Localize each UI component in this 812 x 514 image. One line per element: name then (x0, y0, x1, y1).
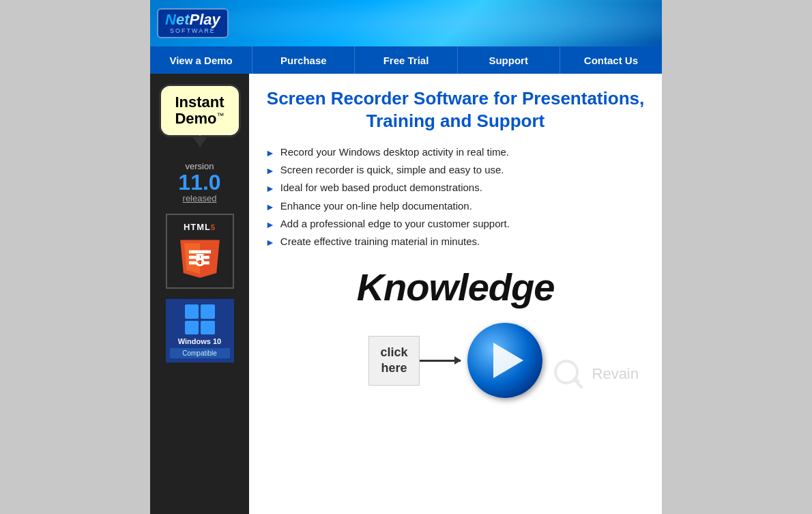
windows10-logo-icon (185, 304, 215, 334)
app-wrapper: NetPlay Software View a Demo Purchase Fr… (150, 0, 662, 514)
revain-icon (551, 357, 585, 391)
windows10-compatible: Compatible (170, 348, 230, 358)
html5-shield-icon: 5 (179, 233, 220, 281)
win10-square-tl (185, 304, 199, 319)
main-content: Instant Demo™ version 11.0 released HTML… (150, 74, 662, 514)
knowledge-heading: Knowledge (265, 265, 646, 309)
svg-rect-8 (201, 256, 209, 259)
bullet-arrow-icon: ► (265, 182, 275, 195)
header-banner: NetPlay Software (150, 0, 662, 46)
windows10-badge: Windows 10 Compatible (166, 299, 234, 362)
play-button[interactable] (467, 323, 542, 398)
nav-free-trial[interactable]: Free Trial (355, 46, 457, 74)
list-item: ► Record your Windows desktop activity i… (265, 145, 646, 159)
bullet-arrow-icon: ► (265, 147, 275, 159)
article: Screen Recorder Software for Presentatio… (249, 74, 662, 514)
svg-rect-4 (188, 250, 199, 253)
version-info: version 11.0 released (178, 161, 220, 203)
play-triangle-icon (493, 343, 523, 378)
windows10-label: Windows 10 (178, 337, 221, 345)
bullet-arrow-icon: ► (265, 218, 275, 231)
version-released[interactable]: released (178, 193, 220, 203)
html5-badge: HTML5 5 (166, 214, 234, 289)
nav-contact-us[interactable]: Contact Us (560, 46, 662, 74)
html5-label: HTML5 (184, 222, 216, 232)
win10-square-bl (185, 321, 199, 335)
list-item: ► Add a professional edge to your custom… (265, 217, 646, 231)
list-item: ► Screen recorder is quick, simple and e… (265, 163, 646, 177)
list-item: ► Enhance your on-line help documentatio… (265, 199, 646, 213)
arrow-connector (420, 360, 461, 362)
logo-container: NetPlay Software (157, 8, 229, 38)
arrow-line-icon (420, 360, 461, 362)
svg-rect-6 (188, 261, 197, 265)
feature-list: ► Record your Windows desktop activity i… (265, 145, 646, 248)
revain-text: Revain (592, 365, 639, 383)
win10-square-tr (201, 304, 215, 319)
nav-purchase[interactable]: Purchase (252, 46, 355, 74)
bullet-arrow-icon: ► (265, 236, 275, 248)
revain-watermark: Revain (551, 357, 639, 391)
nav-view-a-demo[interactable]: View a Demo (150, 46, 252, 74)
svg-rect-7 (200, 250, 211, 253)
sidebar: Instant Demo™ version 11.0 released HTML… (150, 74, 249, 514)
bullet-arrow-icon: ► (265, 201, 275, 213)
logo-sub: Software (170, 27, 216, 34)
cta-area: click here Revain (265, 323, 646, 398)
win10-square-br (201, 321, 215, 335)
list-item: ► Ideal for web based product demonstrat… (265, 181, 646, 195)
nav-bar: View a Demo Purchase Free Trial Support … (150, 46, 662, 74)
bubble-line2: Demo™ (168, 111, 232, 127)
bubble-line1: Instant (168, 94, 232, 111)
svg-rect-5 (188, 256, 199, 259)
nav-support[interactable]: Support (458, 46, 560, 74)
logo-brand: NetPlay (165, 12, 220, 27)
article-title: Screen Recorder Software for Presentatio… (265, 87, 646, 132)
click-here-label[interactable]: click here (368, 336, 419, 386)
version-number: 11.0 (178, 171, 220, 193)
bullet-arrow-icon: ► (265, 165, 275, 177)
list-item: ► Create effective training material in … (265, 235, 646, 248)
instant-demo-badge: Instant Demo™ (159, 84, 241, 137)
svg-rect-9 (201, 261, 209, 265)
logo-box: NetPlay Software (157, 8, 229, 38)
